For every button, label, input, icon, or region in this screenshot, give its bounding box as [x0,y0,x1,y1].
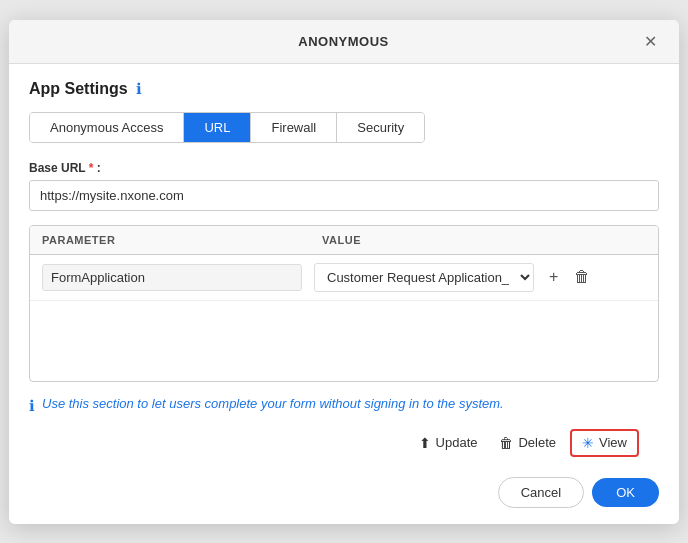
params-table-header: PARAMETER VALUE [30,226,658,255]
add-row-button[interactable]: + [544,265,563,289]
view-button[interactable]: ✳ View [570,429,639,457]
tab-url[interactable]: URL [184,113,251,142]
dialog-body: App Settings ℹ Anonymous Access URL Fire… [9,64,679,477]
delete-icon: 🗑 [499,435,513,451]
cancel-button[interactable]: Cancel [498,477,584,508]
update-button[interactable]: ⬆ Update [411,430,486,456]
delete-row-button[interactable]: 🗑 [569,265,595,289]
row-actions: + 🗑 [544,265,595,289]
delete-button[interactable]: 🗑 Delete [491,430,564,456]
app-settings-header: App Settings ℹ [29,80,659,98]
table-row: Customer Request Application_New ... + 🗑 [30,255,658,301]
base-url-label: Base URL * : [29,161,659,175]
params-empty-area [30,301,658,381]
tab-anonymous-access[interactable]: Anonymous Access [30,113,184,142]
hint-text: Use this section to let users complete y… [42,396,504,411]
value-column-header: VALUE [322,234,646,246]
required-indicator: * [89,161,94,175]
dialog-title: ANONYMOUS [49,34,638,49]
dialog-header: ANONYMOUS ✕ [9,20,679,64]
parameter-input[interactable] [42,264,302,291]
tab-bar: Anonymous Access URL Firewall Security [29,112,425,143]
tab-firewall[interactable]: Firewall [251,113,337,142]
param-column-header: PARAMETER [42,234,322,246]
info-icon[interactable]: ℹ [136,80,142,98]
close-button[interactable]: ✕ [638,30,663,53]
hint-section: ℹ Use this section to let users complete… [29,396,659,415]
update-icon: ⬆ [419,435,431,451]
base-url-field: Base URL * : [29,161,659,211]
tab-security[interactable]: Security [337,113,424,142]
view-icon: ✳ [582,435,594,451]
footer-buttons: Cancel OK [9,477,679,524]
ok-button[interactable]: OK [592,478,659,507]
dialog: ANONYMOUS ✕ App Settings ℹ Anonymous Acc… [9,20,679,524]
base-url-input[interactable] [29,180,659,211]
value-select-wrapper: Customer Request Application_New ... + 🗑 [314,263,646,292]
app-settings-title: App Settings [29,80,128,98]
params-table: PARAMETER VALUE Customer Request Applica… [29,225,659,382]
actions-row: ⬆ Update 🗑 Delete ✳ View [29,425,659,461]
value-select[interactable]: Customer Request Application_New ... [314,263,534,292]
hint-info-icon: ℹ [29,397,35,415]
